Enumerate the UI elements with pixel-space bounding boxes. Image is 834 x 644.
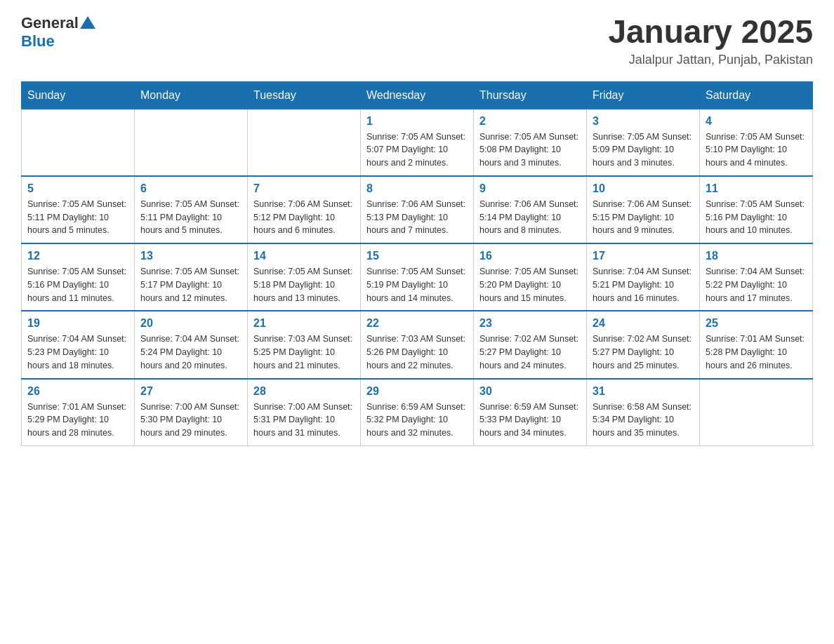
weekday-header-sunday: Sunday xyxy=(22,81,135,109)
day-info: Sunrise: 7:05 AM Sunset: 5:16 PM Dayligh… xyxy=(27,265,128,304)
calendar-cell: 26Sunrise: 7:01 AM Sunset: 5:29 PM Dayli… xyxy=(22,379,135,446)
calendar-cell: 25Sunrise: 7:01 AM Sunset: 5:28 PM Dayli… xyxy=(700,311,813,378)
calendar-cell: 2Sunrise: 7:05 AM Sunset: 5:08 PM Daylig… xyxy=(474,109,587,176)
month-title: January 2025 xyxy=(608,14,813,50)
day-info: Sunrise: 7:05 AM Sunset: 5:16 PM Dayligh… xyxy=(706,198,807,237)
calendar-cell: 22Sunrise: 7:03 AM Sunset: 5:26 PM Dayli… xyxy=(361,311,474,378)
day-info: Sunrise: 7:05 AM Sunset: 5:19 PM Dayligh… xyxy=(366,265,468,304)
calendar-cell: 18Sunrise: 7:04 AM Sunset: 5:22 PM Dayli… xyxy=(700,243,813,311)
weekday-header-monday: Monday xyxy=(135,81,248,109)
svg-marker-0 xyxy=(80,16,95,29)
day-number: 30 xyxy=(479,385,581,398)
day-info: Sunrise: 7:02 AM Sunset: 5:27 PM Dayligh… xyxy=(479,333,581,372)
day-info: Sunrise: 7:05 AM Sunset: 5:11 PM Dayligh… xyxy=(140,198,241,237)
day-info: Sunrise: 7:05 AM Sunset: 5:17 PM Dayligh… xyxy=(140,265,241,304)
logo-triangle-icon xyxy=(80,15,95,30)
day-number: 11 xyxy=(706,182,807,195)
calendar-cell xyxy=(700,379,813,446)
logo-blue-text: Blue xyxy=(21,32,55,51)
calendar-cell: 7Sunrise: 7:06 AM Sunset: 5:12 PM Daylig… xyxy=(248,176,361,243)
day-number: 26 xyxy=(27,385,128,398)
day-info: Sunrise: 7:06 AM Sunset: 5:12 PM Dayligh… xyxy=(253,198,355,237)
calendar-cell: 9Sunrise: 7:06 AM Sunset: 5:14 PM Daylig… xyxy=(474,176,587,243)
day-info: Sunrise: 7:05 AM Sunset: 5:10 PM Dayligh… xyxy=(706,130,807,170)
day-info: Sunrise: 7:04 AM Sunset: 5:24 PM Dayligh… xyxy=(140,333,241,372)
calendar-cell: 4Sunrise: 7:05 AM Sunset: 5:10 PM Daylig… xyxy=(700,109,813,176)
day-info: Sunrise: 6:59 AM Sunset: 5:33 PM Dayligh… xyxy=(479,401,581,440)
calendar-cell: 5Sunrise: 7:05 AM Sunset: 5:11 PM Daylig… xyxy=(22,176,135,243)
location-subtitle: Jalalpur Jattan, Punjab, Pakistan xyxy=(608,53,813,67)
calendar-cell: 12Sunrise: 7:05 AM Sunset: 5:16 PM Dayli… xyxy=(22,243,135,311)
calendar-cell: 1Sunrise: 7:05 AM Sunset: 5:07 PM Daylig… xyxy=(361,109,474,176)
day-number: 12 xyxy=(27,250,128,262)
weekday-header-thursday: Thursday xyxy=(474,81,587,109)
day-info: Sunrise: 7:03 AM Sunset: 5:25 PM Dayligh… xyxy=(253,333,355,372)
day-info: Sunrise: 7:03 AM Sunset: 5:26 PM Dayligh… xyxy=(366,333,468,372)
day-number: 22 xyxy=(366,317,468,330)
calendar-week-1: 1Sunrise: 7:05 AM Sunset: 5:07 PM Daylig… xyxy=(22,109,813,176)
day-info: Sunrise: 7:06 AM Sunset: 5:15 PM Dayligh… xyxy=(593,198,694,237)
day-number: 27 xyxy=(140,385,241,398)
calendar-cell: 21Sunrise: 7:03 AM Sunset: 5:25 PM Dayli… xyxy=(248,311,361,378)
day-number: 20 xyxy=(140,317,241,330)
day-number: 14 xyxy=(253,250,355,262)
day-number: 13 xyxy=(140,250,241,262)
day-number: 21 xyxy=(253,317,355,330)
calendar-cell: 30Sunrise: 6:59 AM Sunset: 5:33 PM Dayli… xyxy=(474,379,587,446)
calendar-cell: 8Sunrise: 7:06 AM Sunset: 5:13 PM Daylig… xyxy=(361,176,474,243)
logo: General Blue xyxy=(21,14,95,51)
day-number: 31 xyxy=(593,385,694,398)
calendar-cell: 29Sunrise: 6:59 AM Sunset: 5:32 PM Dayli… xyxy=(361,379,474,446)
day-number: 16 xyxy=(479,250,581,262)
calendar-cell: 11Sunrise: 7:05 AM Sunset: 5:16 PM Dayli… xyxy=(700,176,813,243)
day-info: Sunrise: 7:05 AM Sunset: 5:08 PM Dayligh… xyxy=(479,130,581,170)
calendar-table: SundayMondayTuesdayWednesdayThursdayFrid… xyxy=(21,81,813,446)
day-info: Sunrise: 6:59 AM Sunset: 5:32 PM Dayligh… xyxy=(366,401,468,440)
page-header: General Blue January 2025 Jalalpur Jatta… xyxy=(21,14,813,67)
calendar-cell: 3Sunrise: 7:05 AM Sunset: 5:09 PM Daylig… xyxy=(587,109,700,176)
day-number: 4 xyxy=(706,115,807,128)
weekday-header-saturday: Saturday xyxy=(700,81,813,109)
calendar-cell: 27Sunrise: 7:00 AM Sunset: 5:30 PM Dayli… xyxy=(135,379,248,446)
day-number: 3 xyxy=(593,115,694,128)
calendar-cell: 10Sunrise: 7:06 AM Sunset: 5:15 PM Dayli… xyxy=(587,176,700,243)
day-number: 5 xyxy=(27,182,128,195)
calendar-cell: 23Sunrise: 7:02 AM Sunset: 5:27 PM Dayli… xyxy=(474,311,587,378)
day-number: 29 xyxy=(366,385,468,398)
day-info: Sunrise: 7:04 AM Sunset: 5:21 PM Dayligh… xyxy=(593,265,694,304)
day-info: Sunrise: 7:05 AM Sunset: 5:20 PM Dayligh… xyxy=(479,265,581,304)
day-number: 19 xyxy=(27,317,128,330)
day-info: Sunrise: 7:00 AM Sunset: 5:30 PM Dayligh… xyxy=(140,401,241,440)
weekday-header-wednesday: Wednesday xyxy=(361,81,474,109)
calendar-cell: 24Sunrise: 7:02 AM Sunset: 5:27 PM Dayli… xyxy=(587,311,700,378)
title-section: January 2025 Jalalpur Jattan, Punjab, Pa… xyxy=(608,14,813,67)
day-info: Sunrise: 7:06 AM Sunset: 5:13 PM Dayligh… xyxy=(366,198,468,237)
calendar-cell xyxy=(135,109,248,176)
day-number: 1 xyxy=(366,115,468,128)
day-info: Sunrise: 7:05 AM Sunset: 5:09 PM Dayligh… xyxy=(593,130,694,170)
day-number: 15 xyxy=(366,250,468,262)
calendar-cell: 15Sunrise: 7:05 AM Sunset: 5:19 PM Dayli… xyxy=(361,243,474,311)
day-number: 18 xyxy=(706,250,807,262)
day-number: 7 xyxy=(253,182,355,195)
calendar-cell: 14Sunrise: 7:05 AM Sunset: 5:18 PM Dayli… xyxy=(248,243,361,311)
calendar-cell: 17Sunrise: 7:04 AM Sunset: 5:21 PM Dayli… xyxy=(587,243,700,311)
day-number: 23 xyxy=(479,317,581,330)
logo-general-text: General xyxy=(21,14,79,32)
calendar-week-5: 26Sunrise: 7:01 AM Sunset: 5:29 PM Dayli… xyxy=(22,379,813,446)
day-info: Sunrise: 7:05 AM Sunset: 5:07 PM Dayligh… xyxy=(366,130,468,170)
calendar-cell: 31Sunrise: 6:58 AM Sunset: 5:34 PM Dayli… xyxy=(587,379,700,446)
calendar-cell xyxy=(22,109,135,176)
day-info: Sunrise: 7:04 AM Sunset: 5:22 PM Dayligh… xyxy=(706,265,807,304)
day-info: Sunrise: 7:05 AM Sunset: 5:11 PM Dayligh… xyxy=(27,198,128,237)
day-number: 6 xyxy=(140,182,241,195)
calendar-cell: 16Sunrise: 7:05 AM Sunset: 5:20 PM Dayli… xyxy=(474,243,587,311)
day-number: 2 xyxy=(479,115,581,128)
day-info: Sunrise: 7:06 AM Sunset: 5:14 PM Dayligh… xyxy=(479,198,581,237)
day-number: 10 xyxy=(593,182,694,195)
day-info: Sunrise: 7:01 AM Sunset: 5:29 PM Dayligh… xyxy=(27,401,128,440)
day-number: 17 xyxy=(593,250,694,262)
day-number: 8 xyxy=(366,182,468,195)
calendar-week-2: 5Sunrise: 7:05 AM Sunset: 5:11 PM Daylig… xyxy=(22,176,813,243)
calendar-cell: 19Sunrise: 7:04 AM Sunset: 5:23 PM Dayli… xyxy=(22,311,135,378)
